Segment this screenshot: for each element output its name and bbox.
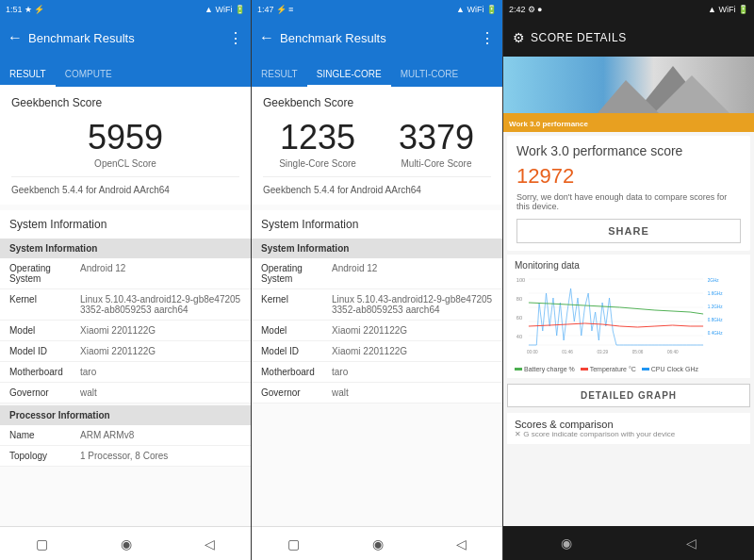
nav-triangle-2[interactable]: ◁ <box>456 536 467 552</box>
app-title-2: Benchmark Results <box>280 31 474 45</box>
nav-bar-2: ▢ ◉ ◁ <box>252 526 502 560</box>
app-bar-2: ← Benchmark Results ⋮ <box>252 19 502 57</box>
legend-cpu-dot <box>642 368 649 371</box>
svg-text:1.2GHz: 1.2GHz <box>708 305 723 309</box>
nav-triangle-3[interactable]: ◁ <box>686 535 697 551</box>
monitoring-chart: 100 80 60 40 2GHz 1.6GHz 1.2GHz 0.8GHz 0… <box>515 274 743 359</box>
score-details-content: Work 3.0 performance Work 3.0 performanc… <box>503 57 754 526</box>
score-section-2: Geekbench Score 1235 Single-Core Score 3… <box>252 87 502 205</box>
score-big-num-3: 12972 <box>516 164 574 189</box>
svg-text:60: 60 <box>516 315 522 321</box>
svg-text:00:00: 00:00 <box>527 350 538 354</box>
score-val-single: 1235 <box>263 119 372 156</box>
score-title-2: Geekbench Score <box>263 96 491 109</box>
svg-text:0.8GHz: 0.8GHz <box>708 318 723 322</box>
score-label-1: OpenCL Score <box>11 158 239 169</box>
sys-section-2: System Information System Information Op… <box>252 210 502 404</box>
nav-square-2[interactable]: ▢ <box>287 536 300 552</box>
tab-single-2[interactable]: SINGLE-CORE <box>307 69 391 87</box>
sys-row-2-0: Operating System Android 12 <box>252 258 502 289</box>
menu-button-2[interactable]: ⋮ <box>480 29 495 47</box>
app-bar-3: ⚙ SCORE DETAILS <box>503 19 754 57</box>
scores-comparison-card: Scores & comparison ✕ G score indicate c… <box>507 413 750 444</box>
sys-header-outer-1: System Information <box>0 210 251 239</box>
banner-label: Work 3.0 performance <box>509 120 588 128</box>
back-button-2[interactable]: ← <box>259 29 274 46</box>
score-value-1: 5959 <box>11 119 239 156</box>
nav-square-1[interactable]: ▢ <box>36 536 48 552</box>
sys-row-1-4: Motherboard taro <box>0 362 251 383</box>
score-note-2: Geekbench 5.4.4 for Android AArch64 <box>263 185 491 195</box>
status-bar-3: 2:42 ⚙ ● ▲ WiFi 🔋 <box>503 0 754 19</box>
legend-battery: Battery charge % <box>515 366 575 372</box>
share-button-3[interactable]: SHARE <box>516 219 741 243</box>
nav-bar-1: ▢ ◉ ◁ <box>0 526 251 560</box>
monitoring-card: Monitoring data 100 80 60 40 2GHz 1.6GHz… <box>507 255 750 378</box>
sys-row-1-2: Model Xiaomi 2201122G <box>0 321 251 341</box>
score-divider-1 <box>11 176 239 177</box>
score-col-multi: 3379 Multi-Core Score <box>382 119 491 169</box>
tab-result-2[interactable]: RESULT <box>252 69 307 87</box>
score-divider-2 <box>263 176 491 177</box>
proc-row-1-1: Topology 1 Processor, 8 Cores <box>0 446 251 467</box>
sys-row-1-1: Kernel Linux 5.10.43-android12-9-gb8e472… <box>0 289 251 321</box>
svg-text:1.6GHz: 1.6GHz <box>708 291 723 296</box>
tab-bar-2: RESULT SINGLE-CORE MULTI-CORE <box>252 57 502 87</box>
svg-text:01:46: 01:46 <box>562 350 573 354</box>
sys-row-2-3: Model ID Xiaomi 2201122G <box>252 341 502 362</box>
panel-3: 2:42 ⚙ ● ▲ WiFi 🔋 ⚙ SCORE DETAILS <box>503 0 754 560</box>
svg-text:80: 80 <box>516 296 522 302</box>
score-double-2: 1235 Single-Core Score 3379 Multi-Core S… <box>263 119 491 169</box>
proc-row-1-0: Name ARM ARMv8 <box>0 425 251 446</box>
proc-section-1: Processor Information Name ARM ARMv8 Top… <box>0 405 251 467</box>
score-note-1: Geekbench 5.4.4 for Android AArch64 <box>11 185 239 195</box>
sys-header-outer-2: System Information <box>252 210 502 239</box>
score-section-1: Geekbench Score 5959 OpenCL Score Geekbe… <box>0 87 251 205</box>
gear-icon-3: ⚙ <box>513 30 525 45</box>
legend-temp: Temperature °C <box>581 366 636 372</box>
chart-legend: Battery charge % Temperature °C CPU Cloc… <box>515 366 743 372</box>
legend-cpu: CPU Clock GHz <box>642 366 698 372</box>
app-title-3: SCORE DETAILS <box>531 31 627 44</box>
detailed-graph-button[interactable]: DETAILED GRAPH <box>507 384 750 407</box>
sys-section-1: System Information System Information Op… <box>0 210 251 404</box>
score-label-single: Single-Core Score <box>263 158 372 169</box>
back-button-1[interactable]: ← <box>8 29 23 46</box>
nav-circle-2[interactable]: ◉ <box>372 536 384 552</box>
score-card-3: Work 3.0 performance score 12972 Sorry, … <box>507 136 750 251</box>
score-card-title-3: Work 3.0 performance score <box>516 143 682 158</box>
sys-row-1-3: Model ID Xiaomi 2201122G <box>0 341 251 362</box>
sys-row-1-0: Operating System Android 12 <box>0 258 251 289</box>
legend-battery-dot <box>515 368 522 371</box>
svg-text:06:40: 06:40 <box>667 350 679 354</box>
sys-row-1-5: Governor walt <box>0 383 251 404</box>
nav-circle-1[interactable]: ◉ <box>121 536 132 552</box>
proc-header-1: Processor Information <box>0 405 251 425</box>
svg-text:05:06: 05:06 <box>632 350 644 354</box>
nav-circle-3[interactable]: ◉ <box>561 535 572 551</box>
panel-content-2: Geekbench Score 1235 Single-Core Score 3… <box>252 87 502 526</box>
nav-triangle-1[interactable]: ◁ <box>205 536 215 552</box>
svg-text:2GHz: 2GHz <box>708 278 719 283</box>
app-title-1: Benchmark Results <box>28 31 222 45</box>
menu-button-1[interactable]: ⋮ <box>228 29 243 47</box>
status-bar-1: 1:51 ★ ⚡ ▲ WiFi 🔋 <box>0 0 251 19</box>
panel-content-1: Geekbench Score 5959 OpenCL Score Geekbe… <box>0 87 251 526</box>
svg-text:0.4GHz: 0.4GHz <box>708 331 723 336</box>
sys-row-2-1: Kernel Linux 5.10.43-android12-9-gb8e472… <box>252 289 502 321</box>
status-time-1: 1:51 ★ ⚡ <box>6 5 44 14</box>
sys-header-2: System Information <box>252 239 502 258</box>
svg-text:03:29: 03:29 <box>597 350 608 354</box>
tab-multi-2[interactable]: MULTI-CORE <box>391 69 467 87</box>
score-col-single: 1235 Single-Core Score <box>263 119 372 169</box>
banner-image: Work 3.0 performance <box>503 57 754 132</box>
panel-2: 1:47 ⚡ ≡ ▲ WiFi 🔋 ← Benchmark Results ⋮ … <box>252 0 503 560</box>
score-val-multi: 3379 <box>382 119 491 156</box>
tab-compute-1[interactable]: COMPUTE <box>56 69 122 87</box>
monitoring-title: Monitoring data <box>515 260 743 271</box>
nav-bar-3: ◉ ◁ <box>503 526 754 560</box>
svg-text:40: 40 <box>516 334 522 339</box>
tab-result-1[interactable]: RESULT <box>0 69 56 87</box>
sys-row-2-2: Model Xiaomi 2201122G <box>252 321 502 341</box>
tab-bar-1: RESULT COMPUTE <box>0 57 251 87</box>
